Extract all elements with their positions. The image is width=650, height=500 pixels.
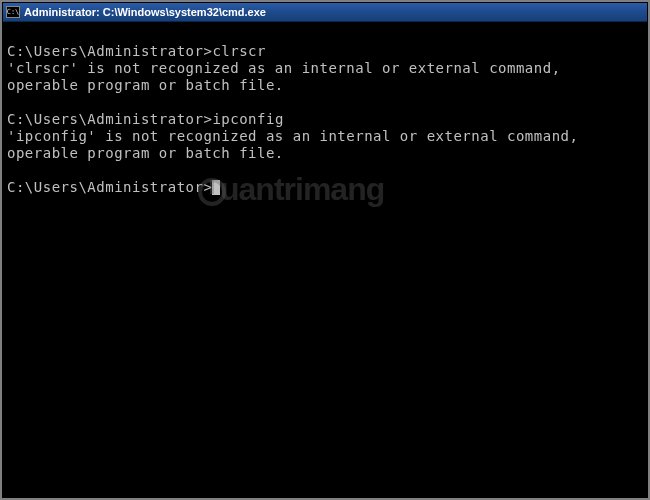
command-text: clrscr xyxy=(212,43,266,59)
titlebar[interactable]: C:\ Administrator: C:\Windows\system32\c… xyxy=(3,3,647,22)
prompt: C:\Users\Administrator> xyxy=(7,43,212,59)
output-line: 'ipconfig' is not recognized as an inter… xyxy=(7,128,643,145)
prompt: C:\Users\Administrator> xyxy=(7,179,212,195)
blank-line xyxy=(7,26,643,43)
prompt: C:\Users\Administrator> xyxy=(7,111,212,127)
output-line: 'clrscr' is not recognized as an interna… xyxy=(7,60,643,77)
terminal-content: C:\Users\Administrator>clrscr'clrscr' is… xyxy=(7,26,643,196)
active-prompt-line: C:\Users\Administrator> xyxy=(7,179,643,196)
output-line: operable program or batch file. xyxy=(7,145,643,162)
command-text: ipconfig xyxy=(212,111,283,127)
cursor xyxy=(212,180,220,195)
terminal-area[interactable]: uantrimang C:\Users\Administrator>clrscr… xyxy=(3,22,647,497)
window-title: Administrator: C:\Windows\system32\cmd.e… xyxy=(24,6,266,18)
output-line: operable program or batch file. xyxy=(7,77,643,94)
command-line: C:\Users\Administrator>clrscr xyxy=(7,43,643,60)
command-line: C:\Users\Administrator>ipconfig xyxy=(7,111,643,128)
cmd-window: C:\ Administrator: C:\Windows\system32\c… xyxy=(2,2,648,498)
cmd-icon: C:\ xyxy=(6,6,20,18)
blank-line xyxy=(7,162,643,179)
blank-line xyxy=(7,94,643,111)
